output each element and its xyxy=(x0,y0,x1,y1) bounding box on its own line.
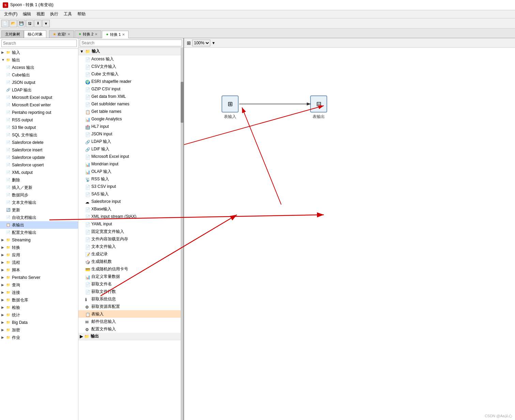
tree-item-excel-writer[interactable]: 📄 Microsoft Excel writer xyxy=(0,101,78,109)
mid-item-get-sysinfo[interactable]: ℹ 获取系统信息 xyxy=(78,295,183,303)
tree-folder-connect[interactable]: ▶ 📁 连接 xyxy=(0,289,78,296)
mid-item-ldif-in[interactable]: 🔗 LDIF 输入 xyxy=(78,145,183,153)
mid-item-access-in[interactable]: 📄 Access 输入 xyxy=(78,55,183,63)
mid-item-xml-in[interactable]: 📄 Get data from XML xyxy=(78,93,183,100)
mid-item-olap[interactable]: 📊 OLAP 输入 xyxy=(78,168,183,175)
tree-item-rss-out[interactable]: 📄 RSS output xyxy=(0,116,78,124)
canvas-content[interactable]: ⊞ 表输入 ⊟ 表输出 xyxy=(184,48,515,420)
toolbar-open[interactable]: 📂 xyxy=(10,20,17,27)
tree-folder-transform[interactable]: ▶ 📁 转换 xyxy=(0,244,78,251)
tree-folder-query[interactable]: ▶ 📁 查询 xyxy=(0,281,78,289)
mid-item-config-in[interactable]: ⚙ 配置文件输入 xyxy=(78,325,183,333)
mid-item-gen-credit[interactable]: 💳 生成随机的信用卡号 xyxy=(78,265,183,273)
file-tab-transform1[interactable]: ✦ 转换 1 ✕ xyxy=(102,31,128,38)
tree-item-xml-out[interactable]: 📄 XML output xyxy=(0,169,78,176)
tree-folder-stats[interactable]: ▶ 📁 统计 xyxy=(0,311,78,319)
toolbar-save[interactable]: 💾 xyxy=(18,20,25,27)
flow-node-table-input[interactable]: ⊞ 表输入 xyxy=(222,95,239,120)
toolbar-extra[interactable]: ⬇ xyxy=(34,20,42,27)
mid-item-xbase[interactable]: 📄 XBase输入 xyxy=(78,205,183,213)
close-transform1-icon[interactable]: ✕ xyxy=(122,33,125,36)
mid-item-s3csv[interactable]: 📄 S3 CSV input xyxy=(78,183,183,190)
close-welcome-icon[interactable]: ✕ xyxy=(67,32,70,36)
tree-item-update[interactable]: 🔄 更新 xyxy=(0,206,78,214)
mid-item-ldap-in[interactable]: 🔗 LDAP 输入 xyxy=(78,138,183,145)
mid-item-text-file-in[interactable]: 📄 文本文件输入 xyxy=(78,243,183,250)
tree-item-config-out[interactable]: 📄 配置文件输出 xyxy=(0,229,78,236)
tree-item-access-out[interactable]: 📄 Access 输出 xyxy=(0,64,78,71)
tree-item-s3-out[interactable]: 📄 S3 file output xyxy=(0,124,78,131)
tree-folder-script[interactable]: ▶ 📁 脚本 xyxy=(0,266,78,274)
mid-item-esri[interactable]: 🌍 ESRI shapefile reader xyxy=(78,78,183,85)
mid-item-gen-record[interactable]: 📝 生成记录 xyxy=(78,250,183,258)
tree-item-delete[interactable]: 📄 删除 xyxy=(0,176,78,184)
tree-folder-bigdata[interactable]: ▶ 📁 Big Data xyxy=(0,319,78,326)
tree-item-text-out[interactable]: 📄 文本文件输出 xyxy=(0,199,78,206)
tree-folder-job[interactable]: ▶ 📁 作业 xyxy=(0,334,78,341)
mid-item-file-content[interactable]: 📄 文件内容加载至内存 xyxy=(78,235,183,243)
mid-item-email-in[interactable]: ✉ 邮件信息输入 xyxy=(78,318,183,325)
tab-main-tree[interactable]: 主对象树 xyxy=(1,30,24,38)
mid-item-mondrian[interactable]: 📊 Mondrian input xyxy=(78,160,183,168)
mid-group-header-output[interactable]: ▶ 📁 输出 xyxy=(78,333,183,340)
mid-item-subfolder[interactable]: 📄 Get subfolder names xyxy=(78,100,183,108)
toolbar-new[interactable]: 📄 xyxy=(1,20,9,27)
mid-item-xmlstream[interactable]: 📄 XML input stream (StAX) xyxy=(78,213,183,220)
menu-tools[interactable]: 工具 xyxy=(61,11,75,18)
tree-item-sf-delete[interactable]: 📄 Salesforce delete xyxy=(0,139,78,146)
mid-group-header-input[interactable]: ▼ 📁 输入 xyxy=(78,48,183,55)
mid-item-json-in[interactable]: 📄 JSON input xyxy=(78,130,183,138)
mid-item-hl7[interactable]: 🏥 HL7 input xyxy=(78,123,183,130)
tree-folder-app[interactable]: ▶ 📁 应用 xyxy=(0,251,78,259)
mid-item-custom-data[interactable]: 📊 自定义常量数据 xyxy=(78,273,183,280)
menu-file[interactable]: 文件(F) xyxy=(1,11,20,18)
toolbar-save-as[interactable]: 🖫 xyxy=(26,20,33,27)
menu-edit[interactable]: 编辑 xyxy=(20,11,34,18)
file-tab-transform2[interactable]: ✦ 转换 2 ✕ xyxy=(75,30,101,38)
tab-core-objects[interactable]: 核心对象 xyxy=(24,30,46,38)
mid-item-table-in[interactable]: 📋 表输入 xyxy=(78,310,183,318)
tree-folder-streaming[interactable]: ▶ 📁 Streaming xyxy=(0,236,78,244)
mid-item-fixed-width[interactable]: 📄 固定宽度文件输入 xyxy=(78,228,183,235)
tree-folder-input[interactable]: ▶ 📁 输入 xyxy=(0,49,78,56)
mid-item-google-analytics[interactable]: 📊 Google Analytics xyxy=(78,115,183,123)
tree-folder-flow[interactable]: ▶ 📁 流程 xyxy=(0,259,78,266)
tree-item-json-out[interactable]: 📄 JSON output xyxy=(0,79,78,86)
table-output-box[interactable]: ⊟ xyxy=(310,95,327,112)
mid-item-yaml[interactable]: 📄 YAML input xyxy=(78,220,183,228)
tree-item-ldap-out[interactable]: 🔗 LDAP 输出 xyxy=(0,86,78,94)
search-input[interactable] xyxy=(1,40,77,47)
tree-item-sf-insert[interactable]: 📄 Salesforce insert xyxy=(0,146,78,154)
table-input-box[interactable]: ⊞ xyxy=(222,95,239,112)
mid-item-csv-in[interactable]: 📄 CSV文件输入 xyxy=(78,63,183,70)
mid-item-get-filename[interactable]: 📄 获取文件名 xyxy=(78,280,183,288)
mid-item-gen-random[interactable]: 🎲 生成随机数 xyxy=(78,258,183,265)
toolbar-extra2[interactable]: ▼ xyxy=(42,20,50,27)
mid-item-get-filerows[interactable]: 📄 获取文件行数 xyxy=(78,288,183,295)
menu-help[interactable]: 帮助 xyxy=(75,11,88,18)
tree-folder-output[interactable]: ▼ 📁 输出 xyxy=(0,56,78,64)
close-transform2-icon[interactable]: ✕ xyxy=(95,32,97,36)
tree-item-sf-update[interactable]: 📄 Salesforce update xyxy=(0,154,78,161)
mid-item-gzip[interactable]: 📄 GZIP CSV input xyxy=(78,85,183,93)
tree-item-auto-doc[interactable]: 📄 自动文档输出 xyxy=(0,214,78,221)
tree-item-table-out[interactable]: 📋 表输出 xyxy=(0,221,78,229)
menu-execute[interactable]: 执行 xyxy=(47,11,61,18)
mid-item-table-names[interactable]: 📋 Get table names xyxy=(78,108,183,115)
tree-folder-encrypt[interactable]: ▶ 📁 加密 xyxy=(0,326,78,334)
mid-item-get-repo-config[interactable]: ⚙ 获取资源库配置 xyxy=(78,303,183,310)
tree-item-pentaho-out[interactable]: 📄 Pentaho reporting out xyxy=(0,109,78,116)
tree-folder-dw[interactable]: ▶ 📁 数据仓库 xyxy=(0,296,78,304)
mid-item-sas[interactable]: 📄 SAS 输入 xyxy=(78,190,183,198)
menu-view[interactable]: 视图 xyxy=(34,11,47,18)
middle-search-input[interactable] xyxy=(80,40,182,46)
middle-scrollbar[interactable] xyxy=(181,48,183,420)
tree-item-insert-update[interactable]: 📄 插入／更新 xyxy=(0,184,78,191)
mid-item-rss-in[interactable]: 📡 RSS 输入 xyxy=(78,175,183,183)
flow-node-table-output[interactable]: ⊟ 表输出 xyxy=(310,95,327,120)
mid-item-excel-in[interactable]: 📄 Microsoft Excel input xyxy=(78,153,183,160)
tree-folder-pentaho[interactable]: ▶ 📁 Pentaho Server xyxy=(0,274,78,281)
tree-item-sql-out[interactable]: 📄 SQL 文件输出 xyxy=(0,131,78,139)
tree-folder-inspect[interactable]: ▶ 📁 检验 xyxy=(0,304,78,311)
file-tab-welcome[interactable]: ★ 欢迎! ✕ xyxy=(49,30,74,38)
